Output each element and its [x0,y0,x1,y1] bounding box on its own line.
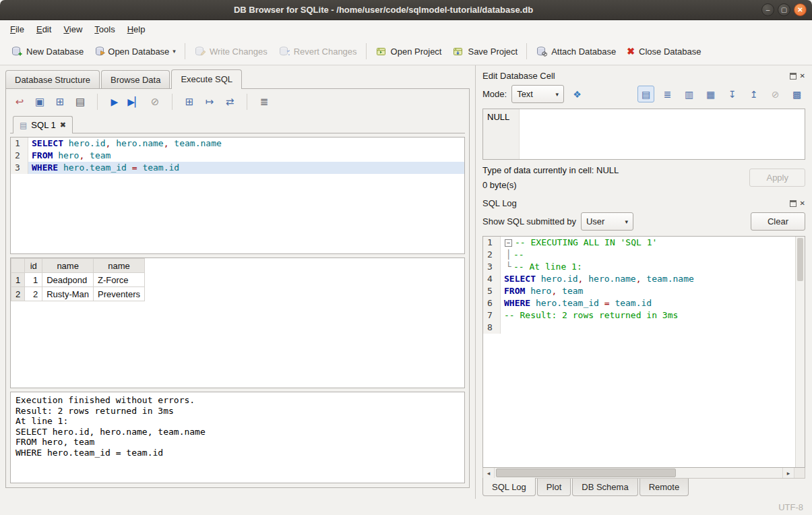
attach-database-button[interactable]: Attach Database [530,43,621,60]
tab-plot[interactable]: Plot [537,479,571,496]
menu-edit[interactable]: Edit [30,22,57,36]
titlebar[interactable]: DB Browser for SQLite - /home/user/code/… [0,0,812,20]
open-database-dropdown-icon[interactable]: ▾ [173,48,176,55]
cell[interactable]: Z-Force [94,273,145,287]
vertical-scrollbar[interactable] [795,237,805,467]
save-project-label: Save Project [468,47,518,57]
new-tab-button[interactable]: ⊞ [183,94,196,109]
menu-help[interactable]: Help [121,22,152,36]
menubar: File Edit View Tools Help [0,20,812,38]
mode-select[interactable]: Text ▾ [511,85,564,103]
code-line: 5FROM hero, team [483,285,795,297]
export-results-button[interactable]: ↦ [203,94,216,109]
column-header[interactable]: name [42,259,94,273]
text-mode-icon[interactable]: ▤ [637,86,654,102]
sql-tab-close-icon[interactable]: ✖ [60,121,66,129]
menu-tools[interactable]: Tools [88,22,121,36]
execute-line-button[interactable]: ▶▏ [128,94,142,109]
row-number[interactable]: 2 [11,287,25,301]
toolbar-separator [185,43,185,59]
close-database-icon: ✖ [627,47,635,56]
attach-database-label: Attach Database [551,47,616,57]
column-header[interactable]: name [94,259,145,273]
workspace: Database Structure Browse Data Execute S… [0,65,812,499]
code-line: 3WHERE hero.team_id = team.id [11,162,464,174]
tab-execute-sql[interactable]: Execute SQL [171,69,242,89]
close-button[interactable]: ✕ [794,3,807,16]
cell-editor-area[interactable] [520,109,805,159]
stop-button[interactable]: ⊘ [148,94,162,109]
revert-changes-button[interactable]: Revert Changes [273,43,363,60]
filter-select[interactable]: User ▾ [581,212,633,231]
sql-editor[interactable]: 1SELECT hero.id, hero.name, team.name2FR… [10,137,465,254]
code-line: 1SELECT hero.id, hero.name, team.name [11,138,464,150]
save-cell-file-icon[interactable]: ▦ [702,86,719,102]
undock-panel-icon[interactable] [790,200,797,207]
auto-mode-icon[interactable]: ❖ [569,86,586,102]
attach-database-icon [536,46,547,57]
rtl-text-icon[interactable]: ≣ [659,86,676,102]
row-number[interactable]: 1 [11,273,25,287]
cell-editor[interactable]: NULL [482,109,805,160]
sql-log-view[interactable]: 1−-- EXECUTING ALL IN 'SQL 1'2│--3└-- At… [483,237,795,467]
tab-database-structure[interactable]: Database Structure [5,70,100,88]
menu-view[interactable]: View [57,22,88,36]
close-database-button[interactable]: ✖ Close Database [621,44,706,59]
clear-button[interactable]: Clear [751,212,805,231]
new-database-button[interactable]: New Database [5,43,89,60]
close-panel-icon[interactable]: ✕ [800,73,805,80]
scrollbar-thumb[interactable] [496,468,676,477]
print-cell-icon[interactable]: ▩ [788,86,805,102]
line-number: 2 [11,150,28,162]
scroll-left-arrow[interactable]: ◂ [483,468,495,478]
import-cell-icon[interactable]: ↧ [724,86,741,102]
sql-tab-label: SQL 1 [31,120,55,130]
grid-corner [11,259,25,273]
find-replace-button[interactable]: ⇄ [223,94,237,109]
cell[interactable]: 2 [25,287,42,301]
cell[interactable]: Preventers [94,287,145,301]
statusbar: UTF-8 [0,499,812,515]
cell[interactable]: 1 [25,273,42,287]
app-window: DB Browser for SQLite - /home/user/code/… [0,0,812,515]
right-pane: Edit Database Cell ✕ Mode: Text ▾ ❖ ▤ ≣ … [475,65,812,499]
minimize-button[interactable]: – [761,3,774,16]
open-project-button[interactable]: Open Project [370,43,447,60]
undock-panel-icon[interactable] [790,73,797,80]
tab-db-schema[interactable]: DB Schema [572,479,637,496]
open-sql-file-button[interactable]: ↩ [13,94,26,109]
scroll-right-arrow[interactable]: ▸ [782,468,794,478]
sql-log-header: SQL Log ✕ [482,197,805,211]
left-pane: Database Structure Browse Data Execute S… [0,65,475,499]
execute-all-button[interactable]: ▶ [108,94,121,109]
word-wrap-button[interactable]: ≣ [257,94,271,109]
set-null-icon[interactable]: ⊘ [767,86,784,102]
horizontal-scrollbar[interactable]: ◂ ▸ [482,468,805,479]
save-sql-as-button[interactable]: ⊞ [53,94,67,109]
cell[interactable]: Rusty-Man [42,287,94,301]
save-sql-file-button[interactable]: ▣ [33,94,46,109]
panel-controls: ✕ [790,200,805,207]
close-panel-icon[interactable]: ✕ [800,200,805,207]
cell-size-text: 0 byte(s) [482,180,619,190]
apply-button[interactable]: Apply [749,169,805,187]
menu-file[interactable]: File [4,22,30,36]
revert-changes-label: Revert Changes [294,47,357,57]
fold-marker-icon[interactable]: − [505,239,512,247]
maximize-button[interactable]: ▢ [778,3,790,16]
write-changes-button[interactable]: Write Changes [189,43,273,60]
tab-browse-data[interactable]: Browse Data [101,70,170,88]
sql-tab[interactable]: ▤ SQL 1 ✖ [13,116,73,133]
open-cell-file-icon[interactable]: ▥ [681,86,697,102]
print-button[interactable]: ▤ [73,94,87,109]
tab-sql-log[interactable]: SQL Log [482,478,536,496]
open-database-button[interactable]: Open Database ▾ [89,43,181,60]
code-line: 1−-- EXECUTING ALL IN 'SQL 1' [483,237,795,249]
tab-remote[interactable]: Remote [639,479,689,496]
save-project-button[interactable]: Save Project [447,43,523,60]
results-table: idnamename 11DeadpondZ-Force22Rusty-ManP… [11,258,145,301]
column-header[interactable]: id [25,259,42,273]
export-cell-icon[interactable]: ↥ [745,86,762,102]
cell[interactable]: Deadpond [42,273,94,287]
scrollbar-thumb[interactable] [797,238,803,281]
